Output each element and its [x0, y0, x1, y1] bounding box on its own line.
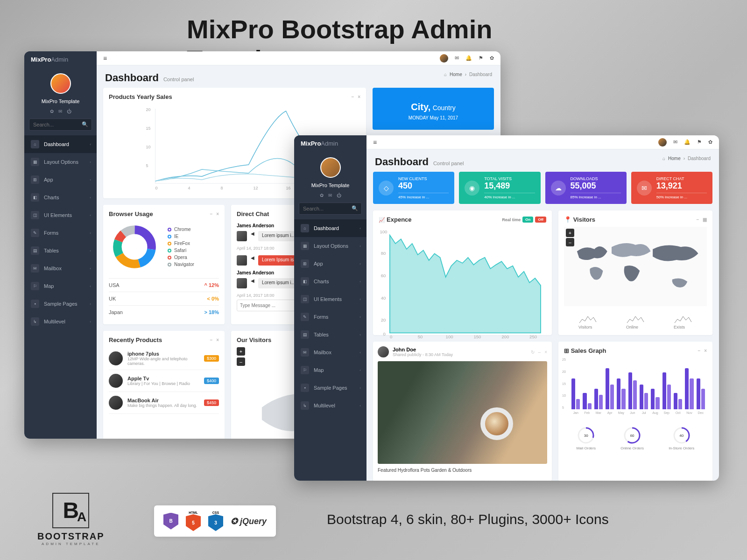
nav-dashboard[interactable]: ⌂Dashboard‹ [24, 135, 97, 153]
svg-text:0: 0 [390, 334, 392, 338]
nav-layout-options[interactable]: ▦Layout Options‹ [24, 153, 97, 171]
stat-card[interactable]: ☁DOWNLOADS55,00585% Increase in ... [545, 172, 627, 204]
pin-icon: 📍 [564, 216, 571, 223]
nav-app[interactable]: ⊞App‹ [294, 255, 366, 273]
gear-icon[interactable]: ✿ [708, 139, 712, 145]
chat-title: Direct Chat [237, 210, 269, 217]
close-icon[interactable]: × [216, 337, 219, 343]
nav-ui-elements[interactable]: ◫UI Elements‹ [24, 206, 97, 224]
zoom-out-icon[interactable]: – [237, 357, 245, 366]
minimize-icon[interactable]: – [696, 217, 699, 222]
zoom-in-icon[interactable]: + [566, 229, 574, 237]
bell-icon[interactable]: 🔔 [684, 139, 691, 145]
post-avatar[interactable] [378, 346, 389, 357]
svg-text:10: 10 [146, 145, 151, 149]
dashboard-subtitle: Control panel [163, 77, 194, 82]
sidebar: MixProAdmin MixPro Template ✿✉⏻ 🔍 ⌂Dashb… [294, 135, 366, 481]
legend-item: Safari [168, 248, 194, 253]
home-icon: ⌂ [662, 156, 665, 161]
nav-dashboard[interactable]: ⌂Dashboard‹ [294, 219, 366, 237]
svg-text:4: 4 [188, 186, 190, 190]
nav-map[interactable]: ⚐Map‹ [294, 361, 366, 379]
zoom-in-icon[interactable]: + [237, 347, 245, 356]
close-icon[interactable]: × [358, 94, 360, 99]
nav-tables[interactable]: ▤Tables‹ [294, 326, 366, 343]
legend-item: Chrome [168, 227, 194, 232]
nav-multilevel[interactable]: ↳Multilevel‹ [24, 313, 97, 330]
gear-icon[interactable]: ✿ [320, 193, 324, 198]
nav-sample-pages[interactable]: ▪Sample Pages‹ [24, 295, 97, 313]
nav-map[interactable]: ⚐Map‹ [24, 277, 97, 295]
sales-chart-title: Products Yearly Sales [109, 93, 172, 100]
minimize-icon[interactable]: – [538, 350, 541, 355]
mail-icon[interactable]: ✉ [58, 109, 62, 114]
user-icons: ✿✉⏻ [24, 107, 97, 119]
minimize-icon[interactable]: – [698, 348, 701, 353]
nav-mailbox[interactable]: ✉Mailbox‹ [24, 259, 97, 277]
svg-text:0: 0 [383, 331, 386, 336]
top-avatar[interactable] [658, 138, 667, 147]
mail-icon[interactable]: ✉ [328, 193, 332, 198]
nav-charts[interactable]: ◧Charts‹ [294, 273, 366, 290]
minimize-icon[interactable]: – [210, 211, 213, 217]
calendar-icon[interactable]: ▦ [703, 217, 707, 222]
footer-tagline: Bootstrap 4, 6 skin, 80+ Plugins, 3000+ … [327, 511, 609, 527]
nav-charts[interactable]: ◧Charts‹ [24, 189, 97, 206]
world-map: +– [564, 227, 707, 306]
breadcrumb-home[interactable]: Home [668, 156, 681, 161]
product-row[interactable]: MacBook AirMake big things happen. All d… [109, 392, 219, 414]
expense-chart: 100806040200 050100150200250 [379, 227, 546, 320]
logo: MixProAdmin [24, 51, 97, 68]
nav-tables[interactable]: ▤Tables‹ [24, 242, 97, 259]
nav-app[interactable]: ⊞App‹ [24, 171, 97, 189]
refresh-icon[interactable]: ↻ [531, 350, 535, 355]
nav-forms[interactable]: ✎Forms‹ [294, 308, 366, 326]
nav-layout-options[interactable]: ▦Layout Options‹ [294, 237, 366, 255]
country-row: UK< 0% [109, 292, 219, 305]
search-icon[interactable]: 🔍 [82, 121, 88, 127]
toggle-off[interactable]: Off [535, 217, 546, 223]
menu-icon[interactable]: ≡ [103, 55, 107, 62]
svg-text:12: 12 [254, 186, 258, 190]
nav-mailbox[interactable]: ✉Mailbox‹ [294, 343, 366, 361]
nav-ui-elements[interactable]: ◫UI Elements‹ [294, 290, 366, 308]
toggle-on[interactable]: On [522, 217, 533, 223]
mail-icon[interactable]: ✉ [673, 139, 677, 145]
svg-text:5: 5 [146, 163, 148, 168]
svg-text:150: 150 [473, 334, 481, 338]
stat-card[interactable]: ◉TOTAL VISITS15,48940% Increase in ... [459, 172, 540, 204]
search-icon[interactable]: 🔍 [352, 205, 358, 211]
visitors-title: Visitors [573, 216, 595, 223]
power-icon[interactable]: ⏻ [67, 109, 71, 114]
minimize-icon[interactable]: – [210, 337, 213, 343]
mail-icon[interactable]: ✉ [455, 55, 459, 61]
logo: MixProAdmin [294, 135, 366, 152]
zoom-out-icon[interactable]: – [566, 238, 574, 246]
sales-graph-title: Sales Graph [571, 347, 606, 354]
avatar[interactable] [50, 73, 71, 94]
close-icon[interactable]: × [216, 211, 219, 217]
sidebar: MixProAdmin MixPro Template ✿✉⏻ 🔍 ⌂Dashb… [24, 51, 97, 439]
product-row[interactable]: iphone 7plus12MP Wide-angle and telephot… [109, 347, 219, 370]
nav-multilevel[interactable]: ↳Multilevel‹ [294, 397, 366, 414]
close-icon[interactable]: × [704, 348, 707, 353]
nav-sample-pages[interactable]: ▪Sample Pages‹ [294, 379, 366, 397]
flag-icon[interactable]: ⚑ [479, 55, 483, 61]
product-row[interactable]: Apple TvLibrary | For You | Browse | Rad… [109, 370, 219, 392]
avatar[interactable] [320, 157, 341, 178]
flag-icon[interactable]: ⚑ [697, 139, 702, 145]
stat-card[interactable]: ◇NEW CLIENTS45045% Increase in ... [373, 172, 454, 204]
gear-icon[interactable]: ✿ [490, 55, 494, 61]
minimize-icon[interactable]: – [352, 94, 354, 99]
nav-forms[interactable]: ✎Forms‹ [24, 224, 97, 242]
menu-icon[interactable]: ≡ [373, 139, 377, 146]
legend-item: FireFox [168, 241, 194, 246]
stat-card[interactable]: ✉DIRECT CHAT13,92150% Increase in ... [631, 172, 712, 204]
power-icon[interactable]: ⏻ [337, 193, 341, 198]
bell-icon[interactable]: 🔔 [465, 55, 472, 61]
tech-badges: B HTML5 CSS3 ✪ jQuery [154, 505, 276, 537]
gear-icon[interactable]: ✿ [50, 109, 54, 114]
breadcrumb-home[interactable]: Home [450, 72, 462, 77]
close-icon[interactable]: × [544, 350, 547, 355]
top-avatar[interactable] [440, 54, 448, 63]
